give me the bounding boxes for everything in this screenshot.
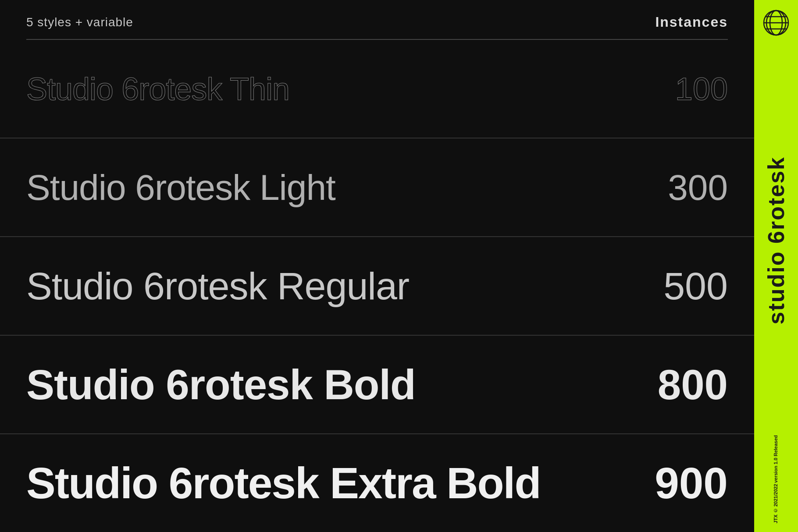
header-instances: Instances: [655, 14, 728, 30]
font-weight-regular: 500: [663, 264, 728, 309]
sidebar-title: studio 6rotesk: [765, 156, 787, 324]
font-row-thin: Studio 6rotesk Thin 100: [0, 40, 754, 138]
sidebar: studio 6rotesk version 1.0 Released JTX …: [754, 0, 798, 532]
sidebar-footer-copyright: JTX © 2021/2022: [773, 484, 779, 523]
font-name-thin: Studio 6rotesk Thin: [26, 71, 289, 107]
font-name-light: Studio 6rotesk Light: [26, 167, 335, 208]
sidebar-footer-version: version 1.0 Released: [773, 435, 779, 483]
font-weight-light: 300: [668, 167, 728, 208]
font-row-regular: Studio 6rotesk Regular 500: [0, 237, 754, 336]
font-row-bold: Studio 6rotesk Bold 800: [0, 336, 754, 434]
font-name-regular: Studio 6rotesk Regular: [26, 264, 409, 309]
font-name-extrabold: Studio 6rotesk Extra Bold: [26, 458, 540, 508]
font-row-extrabold: Studio 6rotesk Extra Bold 900: [0, 434, 754, 532]
globe-icon: [762, 9, 790, 37]
header-subtitle: 5 styles + variable: [26, 15, 133, 29]
font-name-bold: Studio 6rotesk Bold: [26, 361, 416, 409]
font-weight-extrabold: 900: [655, 458, 728, 508]
main-content: 5 styles + variable Instances Studio 6ro…: [0, 0, 754, 532]
header: 5 styles + variable Instances: [0, 0, 754, 39]
sidebar-title-wrap: studio 6rotesk: [765, 46, 787, 435]
font-row-light: Studio 6rotesk Light 300: [0, 138, 754, 237]
sidebar-footer: version 1.0 Released JTX © 2021/2022: [773, 435, 779, 523]
font-list: Studio 6rotesk Thin 100 Studio 6rotesk L…: [0, 40, 754, 532]
font-weight-bold: 800: [658, 361, 728, 409]
font-weight-thin: 100: [675, 71, 728, 107]
